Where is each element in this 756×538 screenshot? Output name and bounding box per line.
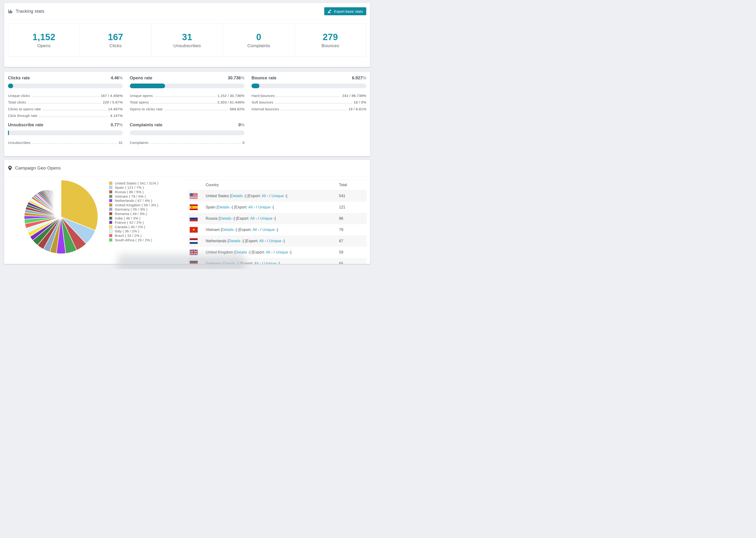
progress-track [130,83,244,88]
rate-block-bounce-rate: Bounce rate6.927%Hard bounces242 / 86.73… [251,76,366,118]
total-cell: 86 [339,216,343,221]
rate-row: Unique opens1,152 / 30.736% [130,91,244,98]
details-link[interactable]: Details › [222,228,236,232]
details-link[interactable]: Details › [235,250,249,254]
export-button-label: Export basic stats [334,9,363,13]
stat-value: 0 [256,32,261,42]
rate-row-value: 19 / 6.81% [349,107,366,111]
total-cell: 121 [339,205,345,209]
export-unique-link[interactable]: Unique › [272,194,286,198]
legend-item-united-states[interactable]: United States ( 541 / 31% ) [109,181,158,186]
country-cell: Germany [Details ›] [Export: All › / Uni… [206,261,280,264]
progress-fill [8,83,13,88]
geo-table: Country Total United States [Details ›] … [188,180,367,264]
table-row-us: United States [Details ›] [Export: All ›… [188,190,367,202]
de-flag-icon [190,261,198,264]
rate-title: Unsubscribe rate [8,123,43,128]
export-unique-link[interactable]: Unique › [258,205,273,209]
dotted-leader [39,116,108,117]
gb-flag-icon [190,249,198,255]
export-unique-link[interactable]: Unique › [276,250,291,254]
details-link[interactable]: Details › [220,216,234,220]
legend-item-italy[interactable]: Italy ( 36 / 2% ) [109,229,158,234]
export-all-link[interactable]: All › [266,250,273,254]
country-cell: United Kingdom [Details ›] [Export: All … [206,250,291,254]
export-basic-stats-button[interactable]: Export basic stats [324,7,366,15]
stat-value: 1,152 [32,32,55,42]
export-all-link[interactable]: All › [252,228,259,232]
stat-label: Clicks [109,43,122,48]
rate-row-value: 167 / 4.456% [101,94,123,98]
legend-item-germany[interactable]: Germany ( 55 / 3% ) [109,207,158,212]
dotted-leader [281,110,347,110]
nl-flag-icon [190,238,198,244]
column-header-total: Total [339,183,347,187]
details-link[interactable]: Details › [218,205,232,209]
legend-label: France ( 42 / 2% ) [115,220,144,224]
map-pin-icon [8,166,12,171]
legend-item-netherlands[interactable]: Netherlands ( 67 / 4% ) [109,198,158,203]
rate-row: Unique clicks167 / 4.456% [8,91,123,98]
rate-value-number: 4.46 [111,76,119,80]
country-cell: Russia [Details ›] [Export: All › / Uniq… [206,216,276,221]
rate-row-label: Hard bounces [251,94,275,98]
legend-item-brazil[interactable]: Brazil ( 33 / 2% ) [109,233,158,238]
export-unique-link[interactable]: Unique › [264,261,279,264]
rate-row: Total clicks220 / 5.87% [8,98,123,105]
table-row-es: Spain [Details ›] [Export: All › / Uniqu… [188,202,367,213]
rates-grid: Clicks rate4.46%Unique clicks167 / 4.456… [4,72,370,145]
export-all-link[interactable]: All › [254,261,261,264]
legend-item-south-africa[interactable]: South Africa ( 29 / 2% ) [109,238,158,242]
dotted-leader [28,103,101,103]
details-link[interactable]: Details › [229,239,243,243]
export-icon [328,9,332,13]
legend-item-france[interactable]: France ( 42 / 2% ) [109,220,158,225]
rate-row: Opens to clicks rate689.82% [130,104,244,111]
rate-value-number: 30.736 [228,76,241,80]
stat-label: Unsubscribes [173,43,201,48]
legend-item-united-kingdom[interactable]: United Kingdom ( 59 / 3% ) [109,203,158,207]
rate-title: Bounce rate [251,76,276,81]
details-link[interactable]: Details › [224,261,238,264]
legend-label: Spain ( 121 / 7% ) [115,186,144,189]
export-unique-link[interactable]: Unique › [262,228,277,232]
export-unique-link[interactable]: Unique › [260,216,275,220]
legend-item-spain[interactable]: Spain ( 121 / 7% ) [109,186,158,190]
rate-row-value: 242 / 86.738% [342,94,366,98]
rate-row: Hard bounces242 / 86.738% [251,91,366,98]
rate-row-value: 14.497% [108,107,123,111]
rate-row-value: 220 / 5.87% [103,100,123,104]
dotted-leader [164,110,228,110]
dotted-leader [32,96,99,97]
details-link[interactable]: Details › [231,194,245,198]
legend-item-canada[interactable]: Canada ( 40 / 2% ) [109,225,158,229]
rate-row-value: 0 [243,140,244,145]
stat-cell-bounces: 279Bounces [295,24,366,57]
dotted-leader [42,110,106,110]
legend-label: United States ( 541 / 31% ) [115,181,158,185]
legend-swatch [109,229,112,233]
export-unique-link[interactable]: Unique › [269,239,284,243]
legend-item-romania[interactable]: Romania ( 49 / 3% ) [109,211,158,216]
rate-row: Soft bounces18 / 0% [251,98,366,105]
legend-item-russia[interactable]: Russia ( 86 / 5% ) [109,190,158,194]
rate-row-value: 4.147% [110,114,123,118]
export-all-link[interactable]: All › [259,239,266,243]
legend-item-india[interactable]: India ( 46 / 3% ) [109,216,158,220]
dashboard-page: { "colors": { "accent": "#1292a5", "butt… [0,0,378,269]
rate-block-opens-rate: Opens rate30.736%Unique opens1,152 / 30.… [130,76,244,118]
export-all-link[interactable]: All › [248,205,255,209]
rates-card: Clicks rate4.46%Unique clicks167 / 4.456… [4,72,370,156]
rate-row-label: Unsubscribes [8,140,30,145]
dotted-leader [275,103,352,103]
rate-row: Complaints0 [130,138,244,145]
export-all-link[interactable]: All › [261,194,268,198]
export-all-link[interactable]: All › [250,216,257,220]
country-cell: Spain [Details ›] [Export: All › / Uniqu… [206,205,274,209]
progress-track [8,131,123,135]
country-cell: Vietnam [Details ›] [Export: All › / Uni… [206,228,278,232]
legend-item-vietnam[interactable]: Vietnam ( 79 / 5% ) [109,194,158,198]
stats-row: 1,152Opens167Clicks31Unsubscribes0Compla… [8,24,366,57]
geo-body: United States ( 541 / 31% )Spain ( 121 /… [4,177,370,264]
legend-swatch [109,225,112,229]
